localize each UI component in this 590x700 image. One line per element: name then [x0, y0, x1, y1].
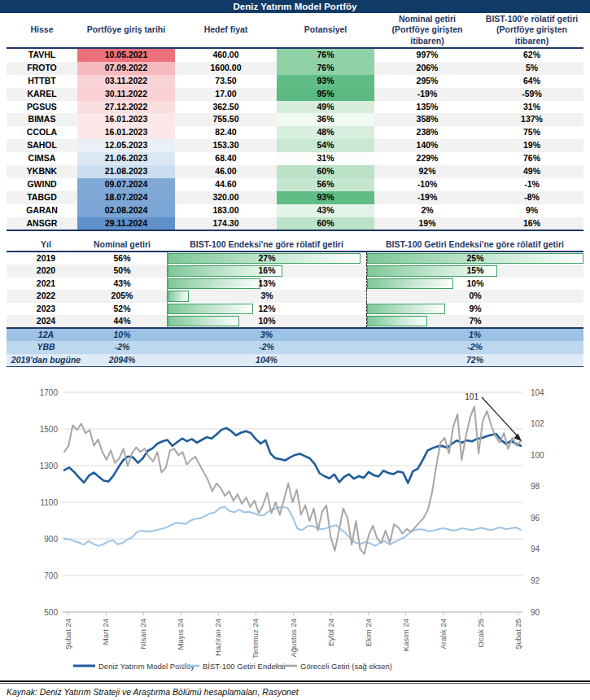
cell-bist-rolatif: 64%	[480, 75, 583, 88]
cell-spacer	[159, 303, 167, 315]
source-note: Kaynak: Deniz Yatırım Strateji ve Araştı…	[0, 684, 590, 697]
x-axis-month-label: Ağustos 24	[289, 619, 298, 658]
x-axis-month-label: Mart 24	[101, 619, 110, 645]
cell-nominal-getiri: -10%	[374, 178, 480, 191]
cell-bist-rolatif: 49%	[480, 165, 583, 178]
cell-potansiyel: 31%	[277, 152, 374, 165]
cell-hisse: KAREL	[7, 88, 77, 101]
summary-label: 12A	[7, 329, 85, 341]
yearly-returns-table-body: 201956%27%25%202050%16%15%202143%13%10%2…	[7, 252, 583, 329]
summary-endeks: 104%	[167, 354, 366, 366]
cell-giris-tarihi: 21.08.2023	[77, 165, 175, 178]
cell-hedef-fiyat: 755.50	[175, 113, 277, 126]
databar-cell-getiri-endeks: 10%	[366, 278, 583, 290]
cell-yil: 2019	[7, 252, 85, 265]
summary-nominal: 10%	[85, 329, 159, 341]
cell-potansiyel: 49%	[277, 101, 374, 114]
right-axis-tick-label: 98	[531, 482, 540, 491]
cell-nominal-getiri: 238%	[374, 126, 480, 139]
cell-potansiyel: 54%	[277, 139, 374, 152]
left-axis-tick-label: 900	[44, 535, 58, 544]
cell-nominal-getiri: -19%	[374, 88, 480, 101]
series-line-1	[64, 507, 521, 546]
cell-giris-tarihi: 21.06.2023	[77, 152, 175, 165]
cell-nominal: 44%	[85, 315, 159, 327]
summary-label: YBB	[7, 341, 85, 353]
cell-nominal-getiri: 19%	[374, 217, 480, 230]
cell-potansiyel: 56%	[277, 178, 374, 191]
x-axis-month-label: Mayıs 24	[176, 619, 185, 650]
databar-value: 7%	[367, 315, 583, 327]
cell-hisse: GWIND	[7, 178, 77, 191]
legend-label-1: BİST-100 Getiri Endeksi	[203, 662, 285, 671]
right-axis-tick-label: 92	[531, 576, 540, 585]
summary-endeks: 3%	[167, 329, 366, 341]
annotation-arrow-line	[482, 397, 519, 438]
summary-label: 2019'dan bugüne	[7, 354, 85, 366]
summary-spacer	[159, 354, 167, 366]
databar-value: 10%	[168, 315, 366, 327]
cell-spacer	[159, 290, 167, 302]
x-axis-month-label: Şubat 24	[63, 619, 72, 650]
cell-nominal-getiri: 295%	[374, 75, 480, 88]
report-page: Deniz Yatırım Model Portföy HissePortföy…	[0, 0, 590, 700]
cell-yil: 2024	[7, 315, 85, 327]
databar-cell-endeks: 10%	[167, 315, 366, 327]
column-header-5: BIST-100'e rölatif getiri(Portföye giriş…	[480, 14, 583, 46]
cell-giris-tarihi: 18.07.2024	[77, 191, 175, 204]
cell-giris-tarihi: 12.05.2023	[77, 139, 175, 152]
legend-label-2: Göreceli Getiri (sağ eksen)	[300, 662, 392, 671]
left-axis-tick-label: 500	[44, 608, 58, 617]
cell-potansiyel: 93%	[277, 75, 374, 88]
cell-spacer	[159, 278, 167, 290]
col-header-nominal: Nominal getiri	[85, 239, 159, 249]
x-axis-month-label: Ocak 25	[476, 619, 485, 647]
cell-giris-tarihi: 27.12.2022	[77, 101, 175, 114]
databar-value: 10%	[367, 278, 583, 290]
cell-giris-tarihi: 03.11.2022	[77, 75, 175, 88]
databar-value: 15%	[367, 265, 583, 277]
cell-hedef-fiyat: 68.40	[175, 152, 277, 165]
cell-hedef-fiyat: 82.40	[175, 126, 277, 139]
right-axis-tick-label: 102	[531, 419, 544, 428]
cell-bist-rolatif: 5%	[480, 62, 583, 75]
cell-yil: 2023	[7, 303, 85, 315]
cell-giris-tarihi: 07.09.2022	[77, 62, 175, 75]
cell-nominal-getiri: 2%	[374, 204, 480, 217]
cell-bist-rolatif: 62%	[480, 49, 583, 62]
cell-hisse: HTTBT	[7, 75, 77, 88]
summary-getiri-endeks: 72%	[366, 354, 583, 366]
databar-cell-endeks: 13%	[167, 278, 366, 290]
x-axis-month-label: Şubat 25	[514, 619, 522, 650]
databar-value: 9%	[367, 303, 583, 315]
cell-giris-tarihi: 16.01.2023	[77, 126, 175, 139]
cell-nominal-getiri: 135%	[374, 101, 480, 114]
right-axis-tick-label: 90	[531, 608, 540, 617]
cell-nominal-getiri: 229%	[374, 152, 480, 165]
cell-hisse: ANSGR	[7, 217, 77, 230]
cell-hedef-fiyat: 17.00	[175, 88, 277, 101]
left-axis-tick-label: 1500	[40, 425, 59, 434]
cell-potansiyel: 43%	[277, 204, 374, 217]
cell-yil: 2021	[7, 278, 85, 290]
cell-hedef-fiyat: 73.50	[175, 75, 277, 88]
databar-value: 3%	[168, 290, 366, 302]
col-header-rolatif-getiri-endeks: BIST-100 Getiri Endeksi'ne göre rölatif …	[366, 239, 583, 249]
yearly-returns-summary-rows: 12A10%3%1%YBB-2%-2%-2%2019'dan bugüne209…	[7, 329, 583, 367]
databar-cell-getiri-endeks: 15%	[366, 265, 583, 277]
databar-cell-getiri-endeks: 25%	[366, 252, 583, 265]
cell-hedef-fiyat: 46.00	[175, 165, 277, 178]
cell-nominal-getiri: -19%	[374, 191, 480, 204]
summary-nominal: -2%	[85, 341, 159, 353]
x-axis-month-label: Nisan 24	[138, 619, 147, 650]
cell-nominal: 205%	[85, 290, 159, 302]
cell-giris-tarihi: 30.11.2022	[77, 88, 175, 101]
databar-cell-getiri-endeks: 0%	[366, 290, 583, 302]
portfolio-table-header: HissePortföye giriş tarihiHedef fiyatPot…	[7, 13, 583, 49]
performance-line-chart: 1700150013001100900700500104102100989694…	[0, 374, 590, 677]
cell-yil: 2022	[7, 290, 85, 302]
cell-hisse: CIMSA	[7, 152, 77, 165]
summary-getiri-endeks: 1%	[366, 329, 583, 341]
right-axis-tick-label: 100	[531, 451, 544, 460]
cell-potansiyel: 60%	[277, 217, 374, 230]
